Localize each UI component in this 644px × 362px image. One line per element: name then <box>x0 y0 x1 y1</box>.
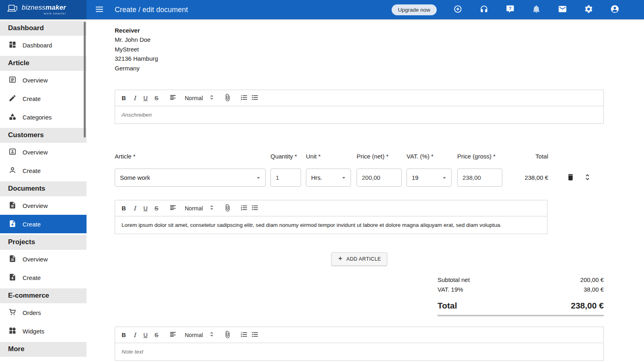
price-net-input[interactable] <box>357 169 402 187</box>
topbar: biznessmaker work smarter Create / edit … <box>0 0 644 19</box>
link-button[interactable] <box>222 93 233 104</box>
link-button[interactable] <box>222 329 233 341</box>
brand-name: biznessmaker <box>22 4 66 11</box>
bullet-list-button[interactable] <box>250 203 260 214</box>
sidebar-item-label: Create <box>23 274 41 281</box>
article-select[interactable]: Some work <box>115 169 266 187</box>
subtotal-row: Subtotal net 200,00 € <box>438 275 604 285</box>
sidebar: Dashboard Dashboard Article Overview Cre… <box>0 19 87 362</box>
add-new-button[interactable] <box>452 4 463 15</box>
document-icon <box>8 201 17 210</box>
add-article-label: ADD ARTICLE <box>346 256 381 262</box>
account-button[interactable] <box>609 4 620 15</box>
bold-button[interactable]: B <box>118 329 129 341</box>
support-button[interactable] <box>479 4 489 15</box>
article-description-body[interactable]: Lorem ipsum dolor sit amet, consetetur s… <box>115 216 547 234</box>
underline-button[interactable]: U <box>140 329 151 341</box>
bold-button[interactable]: B <box>118 203 129 214</box>
strikethrough-button[interactable]: S <box>151 203 162 214</box>
quantity-input[interactable] <box>270 169 301 187</box>
bullet-list-button[interactable] <box>250 329 260 341</box>
sidebar-item-documents-create[interactable]: Create <box>0 215 87 233</box>
receiver-block: Receiver Mr. John Doe MyStreet 32136 Ham… <box>115 26 604 73</box>
sidebar-item-projects-overview[interactable]: Overview <box>0 250 87 268</box>
unfold-icon <box>208 331 215 339</box>
cover-letter-placeholder: Anschreiben <box>122 112 152 118</box>
italic-button[interactable]: I <box>129 93 140 104</box>
ordered-list-button[interactable] <box>239 203 250 214</box>
article-row: Some work Hrs. 19 238,00 € <box>115 169 604 187</box>
align-left-icon <box>169 204 177 213</box>
price-gross-input[interactable] <box>457 169 502 187</box>
underline-button[interactable]: U <box>140 203 151 214</box>
sidebar-scrollbar[interactable] <box>84 22 86 138</box>
sidebar-item-article-categories[interactable]: Categories <box>0 108 87 126</box>
sidebar-item-ecommerce-orders[interactable]: Orders <box>0 303 87 322</box>
note-body[interactable]: Note text <box>115 343 603 360</box>
sidebar-item-ecommerce-widgets[interactable]: Widgets <box>0 322 87 340</box>
vat-select[interactable]: 19 <box>407 169 452 187</box>
settings-button[interactable] <box>583 4 594 15</box>
sidebar-item-customers-overview[interactable]: Overview <box>0 143 87 161</box>
notifications-button[interactable] <box>531 4 541 15</box>
format-select[interactable]: Normal <box>182 93 217 104</box>
header-price-net: Price (net) * <box>357 153 402 160</box>
editor-toolbar: B I U S Normal <box>115 200 547 216</box>
header-unit: Unit * <box>306 153 351 160</box>
align-button[interactable] <box>167 203 178 214</box>
plus-icon <box>337 255 343 263</box>
row-total: 238,00 € <box>502 174 548 181</box>
bullet-list-button[interactable] <box>250 93 260 104</box>
sidebar-item-customers-create[interactable]: Create <box>0 161 87 180</box>
grand-total-row: Total 238,00 € <box>438 301 604 316</box>
italic-button[interactable]: I <box>129 203 140 214</box>
document-form: Receiver Mr. John Doe MyStreet 32136 Ham… <box>87 0 644 361</box>
document-add-icon <box>8 220 17 229</box>
underline-button[interactable]: U <box>140 93 151 104</box>
unfold-icon <box>208 94 215 102</box>
strikethrough-button[interactable]: S <box>151 329 162 341</box>
section-ecommerce: E-commerce <box>0 288 87 303</box>
sidebar-item-projects-create[interactable]: Create <box>0 268 87 287</box>
reorder-row-button[interactable] <box>581 172 593 184</box>
header-quantity: Quantity * <box>270 153 301 160</box>
cover-letter-body[interactable]: Anschreiben <box>115 106 603 123</box>
sidebar-item-article-create[interactable]: Create <box>0 89 87 108</box>
section-projects: Projects <box>0 235 87 250</box>
ordered-list-button[interactable] <box>239 93 250 104</box>
subtotal-label: Subtotal net <box>438 275 470 285</box>
format-select[interactable]: Normal <box>182 203 217 214</box>
help-button[interactable]: ? <box>505 4 515 15</box>
delete-row-button[interactable] <box>564 172 576 184</box>
attach-icon <box>224 204 231 213</box>
unit-select[interactable]: Hrs. <box>306 169 351 187</box>
bold-button[interactable]: B <box>118 93 129 104</box>
add-article-button[interactable]: ADD ARTICLE <box>331 252 387 266</box>
header-vat: VAT. (%) * <box>407 153 452 160</box>
italic-button[interactable]: I <box>129 329 140 341</box>
brand-logo[interactable]: biznessmaker work smarter <box>0 0 87 19</box>
align-button[interactable] <box>167 329 178 341</box>
grand-total-value: 238,00 € <box>571 301 604 311</box>
sidebar-item-dashboard[interactable]: Dashboard <box>0 36 87 54</box>
chevron-down-icon <box>441 174 448 181</box>
sidebar-item-article-overview[interactable]: Overview <box>0 71 87 89</box>
receiver-street: MyStreet <box>115 45 604 54</box>
upgrade-now-button[interactable]: Upgrade now <box>392 4 437 15</box>
align-button[interactable] <box>167 93 178 104</box>
sidebar-item-label: Categories <box>23 114 52 121</box>
chevron-down-icon <box>340 174 347 181</box>
ordered-list-button[interactable] <box>239 329 250 341</box>
sidebar-item-documents-overview[interactable]: Overview <box>0 196 87 215</box>
receiver-country: Germany <box>115 64 604 73</box>
sidebar-item-label: Overview <box>23 77 48 84</box>
unit-select-value: Hrs. <box>311 174 322 181</box>
bell-icon <box>532 4 541 15</box>
strikethrough-button[interactable]: S <box>151 93 162 104</box>
link-button[interactable] <box>222 203 233 214</box>
menu-toggle-button[interactable] <box>91 2 107 18</box>
headset-icon <box>479 4 489 15</box>
format-select[interactable]: Normal <box>182 329 217 341</box>
sidebar-item-label: Create <box>23 221 41 228</box>
messages-button[interactable] <box>557 4 568 15</box>
